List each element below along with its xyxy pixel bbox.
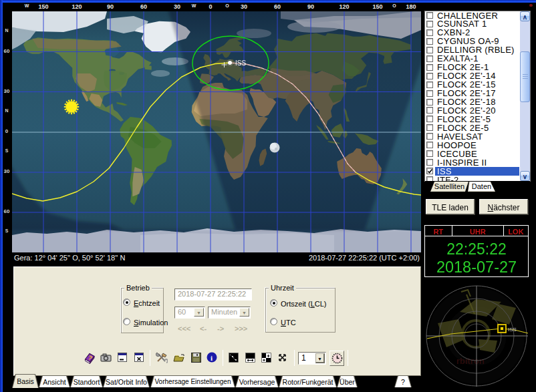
svg-text:ISS: ISS bbox=[508, 327, 517, 333]
svg-text:ISS: ISS bbox=[235, 59, 246, 67]
svg-text:rbitron: rbitron bbox=[456, 356, 485, 366]
svg-text:i: i bbox=[211, 354, 213, 362]
